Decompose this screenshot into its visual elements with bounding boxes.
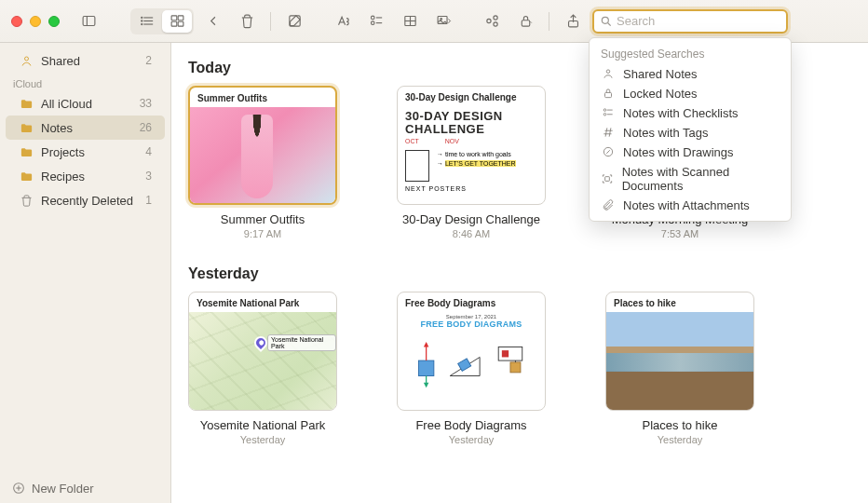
trash-icon	[19, 193, 34, 208]
group-heading: Yesterday	[188, 265, 851, 282]
note-date: 8:46 AM	[453, 228, 490, 239]
svg-point-16	[371, 21, 374, 25]
sidebar-folder[interactable]: Notes26	[6, 116, 165, 140]
checklist-icon	[601, 106, 616, 119]
suggested-item-label: Notes with Tags	[623, 126, 709, 140]
suggested-item[interactable]: Notes with Tags	[590, 123, 791, 143]
svg-point-22	[440, 19, 441, 20]
note-card[interactable]: Places to hikePlaces to hikeYesterday	[605, 292, 754, 445]
folder-icon	[19, 144, 34, 159]
thumb-title: Summer Outfits	[190, 88, 335, 107]
note-card[interactable]: Free Body DiagramsSeptember 17, 2021FREE…	[397, 292, 546, 445]
plus-circle-icon	[11, 481, 26, 496]
gallery-view-button[interactable]	[162, 10, 192, 33]
note-date: Yesterday	[240, 434, 286, 445]
font-button[interactable]	[329, 9, 357, 34]
minimize-window[interactable]	[30, 16, 41, 27]
folder-label: Projects	[41, 145, 85, 159]
note-thumb: Places to hike	[605, 292, 754, 411]
folder-count: 4	[145, 145, 152, 158]
pencil-icon	[601, 145, 616, 158]
search-icon	[600, 15, 613, 28]
svg-line-29	[608, 22, 611, 25]
search-field[interactable]	[592, 9, 788, 34]
table-button[interactable]	[396, 9, 424, 34]
svg-point-32	[604, 109, 606, 112]
toggle-sidebar-button[interactable]	[75, 9, 102, 34]
close-window[interactable]	[11, 16, 22, 27]
suggested-title: Suggested Searches	[590, 44, 791, 64]
sidebar-folder[interactable]: Recently Deleted1	[6, 188, 165, 212]
folder-icon	[19, 169, 34, 184]
back-button[interactable]	[199, 9, 227, 34]
svg-line-39	[609, 128, 611, 136]
lock-icon	[601, 87, 616, 100]
note-thumb: 30-Day Design Challenge30-DAY DESIGNCHAL…	[397, 86, 546, 205]
window-controls	[11, 16, 60, 27]
media-button[interactable]	[429, 9, 457, 34]
folder-count: 26	[140, 121, 152, 134]
svg-rect-26	[522, 20, 530, 26]
folder-label: All iCloud	[41, 97, 92, 111]
note-card[interactable]: Summer OutfitsSummer Outfits9:17 AM	[188, 86, 337, 239]
scan-icon	[601, 172, 615, 185]
folder-label: Notes	[41, 121, 73, 135]
note-title: Places to hike	[643, 418, 718, 432]
toolbar: Suggested Searches Shared NotesLocked No…	[0, 0, 868, 43]
list-view-button[interactable]	[132, 10, 162, 33]
share-button[interactable]	[559, 9, 587, 34]
suggested-item[interactable]: Notes with Checklists	[590, 103, 791, 123]
suggested-item-label: Locked Notes	[623, 87, 698, 101]
sidebar-section-icloud: iCloud	[0, 73, 170, 91]
link-note-button[interactable]	[478, 9, 506, 34]
svg-rect-31	[605, 92, 612, 97]
svg-rect-0	[83, 17, 95, 26]
svg-point-25	[493, 22, 496, 26]
note-title: 30-Day Design Challenge	[402, 212, 540, 226]
svg-rect-41	[605, 176, 610, 181]
svg-point-34	[604, 113, 606, 116]
note-card[interactable]: Yosemite National ParkYosemite National …	[188, 292, 337, 445]
svg-rect-54	[502, 350, 509, 357]
sidebar-folder[interactable]: Recipes3	[6, 164, 165, 188]
compose-button[interactable]	[280, 9, 308, 34]
folder-label: Recipes	[41, 170, 85, 184]
suggested-item-label: Notes with Drawings	[623, 145, 734, 159]
people-icon	[601, 67, 616, 80]
svg-point-7	[141, 23, 142, 24]
svg-rect-55	[510, 362, 521, 373]
checklist-button[interactable]	[362, 9, 390, 34]
note-thumb: Free Body DiagramsSeptember 17, 2021FREE…	[397, 292, 546, 411]
suggested-item[interactable]: Notes with Attachments	[590, 196, 791, 215]
suggested-item[interactable]: Shared Notes	[590, 64, 791, 84]
folder-count: 1	[145, 194, 152, 207]
delete-button[interactable]	[233, 9, 261, 34]
suggested-item-label: Notes with Checklists	[623, 106, 739, 120]
sidebar-shared[interactable]: Shared 2	[6, 48, 165, 73]
new-folder-button[interactable]: New Folder	[0, 473, 170, 503]
note-card[interactable]: 30-Day Design Challenge30-DAY DESIGNCHAL…	[397, 86, 546, 239]
note-date: 7:53 AM	[661, 228, 698, 239]
suggested-item-label: Notes with Scanned Documents	[622, 165, 780, 193]
note-date: Yesterday	[658, 434, 703, 445]
suggested-item[interactable]: Locked Notes	[590, 84, 791, 103]
svg-point-23	[486, 19, 490, 22]
sidebar-folder[interactable]: All iCloud33	[6, 91, 165, 116]
new-folder-label: New Folder	[32, 482, 93, 496]
note-thumb: Yosemite National ParkYosemite National …	[188, 292, 337, 411]
svg-point-14	[371, 16, 374, 20]
suggested-item[interactable]: Notes with Scanned Documents	[590, 162, 791, 196]
suggested-searches-popover: Suggested Searches Shared NotesLocked No…	[589, 37, 792, 222]
zoom-window[interactable]	[48, 16, 60, 27]
suggested-item-label: Notes with Attachments	[623, 198, 750, 212]
lock-button[interactable]	[511, 9, 539, 34]
note-date: 9:17 AM	[244, 228, 281, 239]
svg-marker-50	[424, 383, 428, 387]
note-title: Yosemite National Park	[200, 418, 326, 432]
thumb-title: Places to hike	[606, 292, 753, 312]
sidebar-folder[interactable]: Projects4	[6, 140, 165, 164]
suggested-item[interactable]: Notes with Drawings	[590, 143, 791, 162]
search-input[interactable]	[617, 14, 780, 28]
thumb-title: Free Body Diagrams	[398, 292, 545, 312]
svg-marker-48	[424, 342, 428, 347]
